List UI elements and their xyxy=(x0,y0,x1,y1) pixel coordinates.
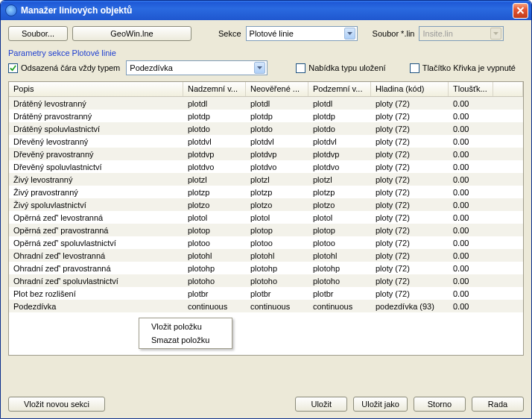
offset-type-value: Podezdívka xyxy=(130,63,251,72)
save-as-button[interactable]: Uložit jako xyxy=(353,397,408,412)
help-button[interactable]: Rada xyxy=(472,397,524,412)
cell-tlou: 0.00 xyxy=(449,238,493,248)
cell-tlou: 0.00 xyxy=(449,136,493,147)
table-row[interactable]: Ohradní zeď' levostrannáplotohlplotohlpl… xyxy=(9,249,523,262)
cell-neo: plotdl xyxy=(246,98,308,109)
close-button[interactable] xyxy=(513,3,528,19)
th-spacer xyxy=(493,82,523,96)
cell-neo: plotdvl xyxy=(246,136,308,147)
table-row[interactable]: Opěrná zeď' pravostrannáplotopplotopplot… xyxy=(9,224,523,236)
cell-nad: continuous xyxy=(183,301,246,312)
close-icon xyxy=(516,7,525,14)
cell-pod: plotdo xyxy=(308,124,371,134)
checkbox-icon xyxy=(296,63,305,73)
table-row[interactable]: Ohradní zeď' spoluvlastnictvíplotohoplot… xyxy=(9,274,523,287)
th-nadzemni[interactable]: Nadzemní v... xyxy=(183,82,246,96)
th-neoverene[interactable]: Neověřené ... xyxy=(246,82,308,96)
curve-off-checkbox-label: Tlačítko Křivka je vypnuté xyxy=(422,63,516,72)
table-row[interactable]: Dřevěný levostrannýplotdvlplotdvlplotdvl… xyxy=(9,135,523,148)
curve-off-checkbox[interactable]: Tlačítko Křivka je vypnuté xyxy=(410,63,516,73)
cell-popis: Opěrná zeď' spoluvlastnictví xyxy=(9,238,183,248)
cell-popis: Drátěný spoluvlastnictví xyxy=(9,124,183,134)
cell-hlad: ploty (72) xyxy=(371,289,449,299)
cell-hlad: ploty (72) xyxy=(371,136,449,147)
cell-neo: continuous xyxy=(246,301,308,312)
cell-neo: plotdp xyxy=(246,111,308,122)
table-row[interactable]: Drátěný spoluvlastnictvíplotdoplotdoplot… xyxy=(9,122,523,135)
table-row[interactable]: Živý pravostrannýplotzpplotzpplotzpploty… xyxy=(9,186,523,198)
cell-popis: Ohradní zeď' levostranná xyxy=(9,251,183,261)
table-row[interactable]: Plot bez rozlišeníplotbrplotbrplotbrplot… xyxy=(9,287,523,300)
cell-pod: plotdvl xyxy=(308,136,371,147)
save-type-checkbox[interactable]: Nabídka typu uložení xyxy=(296,63,385,73)
cell-nad: plotdp xyxy=(183,111,246,122)
table-row[interactable]: Opěrná zeď' spoluvlastnictvíplotooplotoo… xyxy=(9,236,523,249)
dropdown-arrow-icon xyxy=(254,62,265,74)
cell-tlou: 0.00 xyxy=(449,98,493,109)
cell-pod: plotoo xyxy=(308,238,371,248)
cell-hlad: ploty (72) xyxy=(371,98,449,109)
table[interactable]: Popis Nadzemní v... Neověřené ... Podzem… xyxy=(8,81,524,356)
table-row[interactable]: Opěrná zeď' levostrannáplotolplotolploto… xyxy=(9,211,523,224)
table-row[interactable]: Živý spoluvlastnictvíplotzoplotzoplotzop… xyxy=(9,198,523,211)
table-row[interactable]: Ohradní zeď' pravostrannáplotohpplotohpp… xyxy=(9,262,523,274)
table-row[interactable]: Drátěný pravostrannýplotdpplotdpplotdppl… xyxy=(9,110,523,122)
table-row[interactable]: Živý levostrannýplotzlplotzlplotzlploty … xyxy=(9,173,523,186)
new-section-button[interactable]: Vložit novou sekci xyxy=(8,397,105,412)
cell-hlad: ploty (72) xyxy=(371,111,449,122)
context-menu: Vložit položku Smazat položku xyxy=(139,318,232,349)
th-popis[interactable]: Popis xyxy=(9,82,183,96)
table-row[interactable]: Podezdívkacontinuouscontinuouscontinuous… xyxy=(9,300,523,312)
cell-pod: plotohl xyxy=(308,251,371,261)
cell-nad: plotohp xyxy=(183,263,246,274)
cell-hlad: ploty (72) xyxy=(371,276,449,286)
cell-hlad: ploty (72) xyxy=(371,212,449,223)
table-row[interactable]: Drátěný levostrannýplotdlplotdlplotdlplo… xyxy=(9,97,523,110)
filename-display: GeoWin.lne xyxy=(72,26,191,41)
cell-popis: Dřevěný pravostranný xyxy=(9,149,183,160)
cell-nad: plotohl xyxy=(183,251,246,261)
cell-tlou: 0.00 xyxy=(449,200,493,210)
cell-neo: plotohl xyxy=(246,251,308,261)
cell-pod: plotzp xyxy=(308,187,371,198)
menu-insert-item[interactable]: Vložit položku xyxy=(141,320,230,333)
offset-type-combo[interactable]: Podezdívka xyxy=(126,60,267,75)
cell-hlad: ploty (72) xyxy=(371,187,449,198)
cell-pod: plotbr xyxy=(308,289,371,299)
cell-popis: Podezdívka xyxy=(9,301,183,312)
offset-checkbox[interactable]: Odsazená čára vždy typem xyxy=(8,63,120,73)
cell-nad: plotol xyxy=(183,212,246,223)
cell-tlou: 0.00 xyxy=(449,111,493,122)
titlebar: Manažer liniových objektů xyxy=(1,1,531,20)
cell-popis: Drátěný levostranný xyxy=(9,98,183,109)
file-button[interactable]: Soubor... xyxy=(8,26,68,41)
cancel-button[interactable]: Storno xyxy=(414,397,466,412)
sourcefile-combo[interactable]: Insite.lin xyxy=(419,26,504,41)
cell-pod: plotohp xyxy=(308,263,371,274)
cell-pod: plotdl xyxy=(308,98,371,109)
cell-pod: plotzl xyxy=(308,174,371,185)
menu-delete-item[interactable]: Smazat položku xyxy=(141,333,230,347)
th-tloustka[interactable]: Tloušťk... xyxy=(449,82,493,96)
cell-neo: plotzp xyxy=(246,187,308,198)
cell-neo: plotdvo xyxy=(246,162,308,172)
section-combo[interactable]: Plotové linie xyxy=(246,26,358,41)
cell-pod: plotol xyxy=(308,212,371,223)
save-button[interactable]: Uložit xyxy=(295,397,347,412)
cell-tlou: 0.00 xyxy=(449,251,493,261)
cell-tlou: 0.00 xyxy=(449,263,493,274)
cell-popis: Živý spoluvlastnictví xyxy=(9,200,183,210)
checkbox-icon xyxy=(410,63,419,73)
cell-nad: plotoho xyxy=(183,276,246,286)
section-params-heading: Parametry sekce Plotové linie xyxy=(8,48,524,57)
cell-neo: plotoho xyxy=(246,276,308,286)
cell-popis: Drátěný pravostranný xyxy=(9,111,183,122)
cell-popis: Plot bez rozlišení xyxy=(9,289,183,299)
th-hladina[interactable]: Hladina (kód) xyxy=(371,82,449,96)
cell-pod: plotoho xyxy=(308,276,371,286)
table-row[interactable]: Dřevěný pravostrannýplotdvpplotdvpplotdv… xyxy=(9,148,523,160)
table-row[interactable]: Dřevěný spoluvlastnictvíplotdvoplotdvopl… xyxy=(9,160,523,173)
cell-neo: plotzo xyxy=(246,200,308,210)
cell-nad: plotzp xyxy=(183,187,246,198)
th-podzemni[interactable]: Podzemní v... xyxy=(308,82,371,96)
